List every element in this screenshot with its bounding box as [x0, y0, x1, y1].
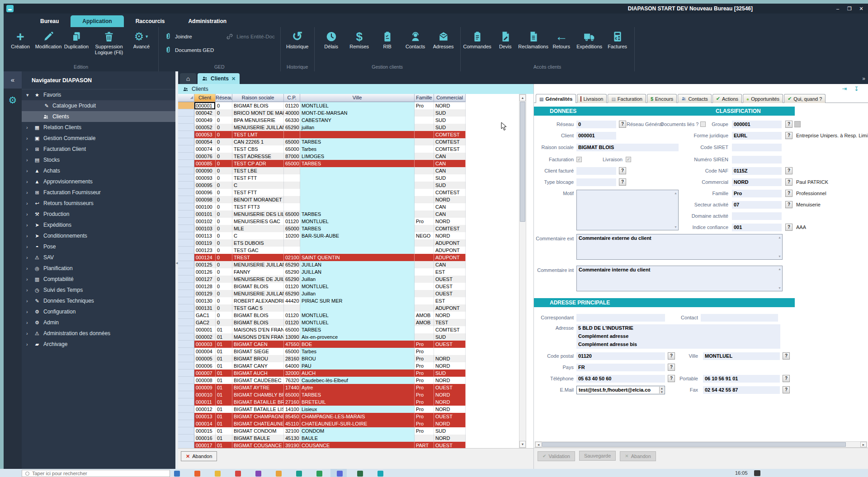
cell-raison-sociale[interactable]: ROBERT ALEXANDRE ET	[232, 297, 284, 304]
cell-reseau[interactable]: 01	[216, 348, 232, 355]
cell-commercial[interactable]: NORD	[434, 391, 466, 398]
cell-reseau[interactable]: 0	[216, 319, 232, 326]
cell-ville[interactable]: Juillan	[300, 276, 415, 283]
taskbar-app-icon[interactable]	[296, 471, 302, 477]
detail-tab-actions[interactable]: ✔Actions	[712, 94, 742, 103]
table-row[interactable]: 0000420BRICO MONT DE MARSAN40000MONT-DE-…	[178, 109, 466, 117]
cell-ville[interactable]	[300, 167, 415, 174]
cell-ville[interactable]	[300, 182, 415, 189]
table-row[interactable]: 0001270MENUISERIE DE JUILLAN65290Juillan…	[178, 276, 466, 283]
cell-commercial[interactable]: COMTEST	[434, 145, 466, 153]
cell-raison-sociale[interactable]: BIGMAT COUSANCE	[232, 442, 284, 448]
cell-ville[interactable]: TARBES	[300, 391, 415, 398]
cell-cp[interactable]	[284, 131, 300, 138]
cell-cp[interactable]: 47550	[284, 341, 300, 348]
cell-ville[interactable]: MONTLUEL	[300, 218, 415, 225]
cell-raison-sociale[interactable]: BIGMAT BROU	[232, 355, 284, 362]
row-gutter[interactable]	[178, 369, 194, 377]
detail-tab-livraison[interactable]: Livraison	[577, 94, 607, 103]
cell-famille[interactable]	[415, 254, 434, 261]
cell-raison-sociale[interactable]: BIGMAT AUCH	[232, 369, 284, 377]
cell-client[interactable]: 000049	[194, 117, 216, 124]
cell-reseau[interactable]: 0	[216, 232, 232, 239]
cell-ville[interactable]: MONTLUEL	[300, 283, 415, 290]
cell-ville[interactable]: CHATEAUNEUF-SUR-LOIRE	[300, 420, 415, 427]
cell-famille[interactable]: PART	[415, 442, 434, 448]
cell-client[interactable]: 000006	[194, 362, 216, 369]
row-gutter[interactable]	[178, 102, 194, 109]
cell-reseau[interactable]: 0	[216, 138, 232, 145]
tab-clients[interactable]: Clients ✕	[198, 73, 240, 84]
cell-client[interactable]: 000129	[194, 290, 216, 297]
cell-reseau[interactable]: 01	[216, 341, 232, 348]
adresse-field-2[interactable]: Complément adresse	[576, 332, 780, 341]
table-row[interactable]: 0001250MENUISERIE JUILLANAIS65290JUILLAN…	[178, 261, 466, 268]
siret-field[interactable]	[732, 144, 782, 151]
reseau-field[interactable]: 0	[576, 121, 616, 128]
sidebar-item-admin[interactable]: ›⚙Admin	[22, 317, 175, 328]
cell-raison-sociale[interactable]: TEST CP ADR	[232, 160, 284, 167]
cell-client[interactable]: 000131	[194, 304, 216, 312]
header-gutter[interactable]: ◢	[178, 94, 194, 102]
row-gutter[interactable]	[178, 196, 194, 203]
sidebar-item-administration-des-donnees[interactable]: ›⚠Administration des données	[22, 328, 175, 339]
taskbar-app-icon[interactable]	[316, 471, 322, 477]
cell-cp[interactable]: 01120	[284, 312, 300, 319]
table-row[interactable]: 0000980BENOIT MORANDETNORD	[178, 196, 466, 203]
cell-client[interactable]: 000102	[194, 218, 216, 225]
cell-raison-sociale[interactable]: ETS DUBOIS	[232, 239, 284, 247]
famille-field[interactable]: Pro	[732, 190, 782, 197]
cell-cp[interactable]: 14100	[284, 406, 300, 413]
cell-raison-sociale[interactable]: MAISONS D'EN FRANCE	[232, 326, 284, 333]
cell-cp[interactable]: 27160	[284, 398, 300, 406]
cell-famille[interactable]	[415, 297, 434, 304]
cell-famille[interactable]	[415, 283, 434, 290]
cell-cp[interactable]: 76320	[284, 377, 300, 384]
cell-ville[interactable]: MONTLUEL	[300, 312, 415, 319]
cell-famille[interactable]	[415, 261, 434, 268]
ribbon-creation-button[interactable]: +Création	[6, 28, 34, 57]
ribbon-suppression-logique-f6-button[interactable]: Suppression Logique (F6)	[90, 28, 127, 57]
row-gutter[interactable]	[178, 225, 194, 232]
cell-raison-sociale[interactable]: TEST FTT	[232, 189, 284, 196]
table-row[interactable]: 00001201BIGMAT BATAILLE LISIEUX14100Lisi…	[178, 406, 466, 413]
row-gutter[interactable]	[178, 348, 194, 355]
cell-client[interactable]: 000113	[194, 232, 216, 239]
cell-raison-sociale[interactable]: C	[232, 232, 284, 239]
cell-famille[interactable]	[415, 160, 434, 167]
cell-commercial[interactable]: SUD	[434, 117, 466, 124]
cell-reseau[interactable]: 0	[216, 174, 232, 182]
row-gutter[interactable]	[178, 290, 194, 297]
row-gutter[interactable]	[178, 182, 194, 189]
cell-ville[interactable]: CABESTANY	[300, 117, 415, 124]
table-row[interactable]: 00001401BIGMAT CHATEAUNEUF45110CHATEAUNE…	[178, 420, 466, 427]
cell-commercial[interactable]: SUD	[434, 109, 466, 117]
table-row[interactable]: 00000701BIGMAT AUCH32000AUCHProSUD	[178, 369, 466, 377]
cell-reseau[interactable]: 0	[216, 225, 232, 232]
cell-reseau[interactable]: 01	[216, 398, 232, 406]
cell-famille[interactable]	[415, 210, 434, 218]
ribbon-delais-button[interactable]: Délais	[317, 28, 345, 57]
cell-commercial[interactable]: OUEST	[434, 413, 466, 420]
cell-cp[interactable]: 64000	[284, 362, 300, 369]
cell-cp[interactable]	[284, 203, 300, 210]
cell-client[interactable]: 000013	[194, 413, 216, 420]
cell-famille[interactable]	[415, 109, 434, 117]
row-gutter[interactable]	[178, 160, 194, 167]
row-gutter[interactable]	[178, 377, 194, 384]
cell-famille[interactable]	[415, 182, 434, 189]
table-row[interactable]: 0001000TEST FTT3CAN	[178, 203, 466, 210]
chevron-right-icon[interactable]: ›	[26, 287, 32, 293]
forme-juridique-field[interactable]: EURL	[732, 132, 782, 140]
cell-client[interactable]: 000007	[194, 369, 216, 377]
cell-raison-sociale[interactable]: BPA MENUISERIE	[232, 117, 284, 124]
cell-famille[interactable]: Pro	[415, 427, 434, 435]
cell-raison-sociale[interactable]: TEST GAC 5	[232, 304, 284, 312]
cell-raison-sociale[interactable]: MAISONS D'EN FRANCE	[232, 333, 284, 341]
cell-raison-sociale[interactable]: BIGMAT BLOIS	[232, 312, 284, 319]
cell-reseau[interactable]: 0	[216, 203, 232, 210]
cell-ville[interactable]: BAULE	[300, 435, 415, 442]
pays-help-button[interactable]: ?	[668, 364, 675, 371]
cell-famille[interactable]: Pro	[415, 102, 434, 109]
cell-reseau[interactable]: 01	[216, 413, 232, 420]
